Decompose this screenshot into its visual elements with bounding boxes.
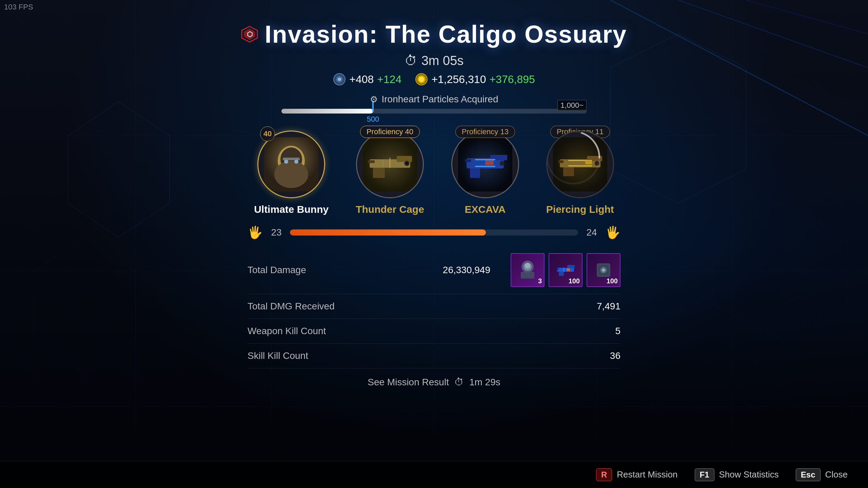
stat-row-skill-kills: Skill Kill Count 36 <box>248 344 620 368</box>
svg-point-30 <box>405 162 409 165</box>
character-circle-excava: Proficiency 13 <box>451 130 519 198</box>
stat-label-total-damage: Total Damage <box>248 265 306 276</box>
level-icon-left: 🖐 <box>248 225 263 240</box>
reward-count-2: 100 <box>569 277 580 285</box>
progress-end-label: 1,000~ <box>557 100 587 111</box>
resources-row: +408 +124 +1,256,310 +376,895 <box>333 73 535 86</box>
level-right-num: 24 <box>585 227 598 238</box>
progress-section: ⚙ Ironheart Particles Acquired 500 1,000… <box>281 94 587 114</box>
svg-point-23 <box>294 160 298 164</box>
stat-label-weapon-kills: Weapon Kill Count <box>248 326 326 337</box>
character-name-excava: EXCAVA <box>465 204 506 215</box>
fps-counter: 103 FPS <box>4 3 33 12</box>
reward-item-1: 3 <box>511 253 545 287</box>
level-badge-bunny: 40 <box>260 126 275 141</box>
progress-label: ⚙ Ironheart Particles Acquired <box>370 94 498 105</box>
mission-title: Invasion: The Caligo Ossuary <box>265 20 627 48</box>
character-avatar-thunder <box>356 130 424 198</box>
character-name-bunny: Ultimate Bunny <box>254 204 329 215</box>
progress-bar-container: 500 1,000~ <box>281 109 587 114</box>
mission-result-timer-icon: ⏱ <box>454 377 464 388</box>
character-avatar-piercing <box>546 130 614 198</box>
progress-marker-label: 500 <box>367 115 379 124</box>
svg-rect-38 <box>475 159 495 160</box>
stat-value-total-damage: 26,330,949 <box>443 265 490 276</box>
svg-rect-26 <box>397 156 412 162</box>
stat-right-total-damage: 26,330,949 3 <box>443 253 620 287</box>
svg-point-16 <box>419 77 424 82</box>
dust-icon <box>333 73 346 86</box>
reward-count-1: 3 <box>538 277 542 285</box>
svg-point-22 <box>284 160 288 164</box>
mission-result-label: See Mission Result <box>368 377 449 388</box>
level-slider-section: 🖐 23 24 🖐 <box>248 225 620 240</box>
svg-point-67 <box>603 269 605 271</box>
level-slider-track <box>290 229 578 236</box>
proficiency-badge-excava: Proficiency 13 <box>455 126 515 138</box>
stat-value-skill-kills: 36 <box>610 350 620 361</box>
svg-rect-27 <box>373 168 385 178</box>
mission-result-row: See Mission Result ⏱ 1m 29s <box>368 377 500 388</box>
reward-count-3: 100 <box>607 277 618 285</box>
progress-marker <box>372 101 374 112</box>
character-circle-bunny: 40 <box>257 130 325 198</box>
stats-section: Total Damage 26,330,949 3 <box>248 246 620 368</box>
character-name-piercing: Piercing Light <box>546 204 614 215</box>
reward-icon-1 <box>516 258 539 282</box>
progress-ring <box>546 130 600 185</box>
svg-rect-39 <box>475 166 495 167</box>
dust-resource: +408 +124 <box>333 73 401 86</box>
svg-rect-54 <box>521 272 534 279</box>
main-content: 103 FPS ⬡ Invasion: The Caligo Ossuary ⏱… <box>0 0 868 488</box>
gold-bonus-value: +376,895 <box>489 73 535 86</box>
reward-items: 3 100 <box>511 253 620 287</box>
character-excava: Proficiency 13 <box>451 130 519 215</box>
character-circle-thunder: Proficiency 40 <box>356 130 424 198</box>
mission-header: ⬡ Invasion: The Caligo Ossuary <box>241 20 627 48</box>
characters-row: 40 Ultimate Bunny Proficiency 40 <box>254 130 614 215</box>
thunder-cage-image <box>363 137 417 191</box>
stat-row-weapon-kills: Weapon Kill Count 5 <box>248 319 620 344</box>
gold-icon <box>415 73 428 86</box>
timer-row: ⏱ 3m 05s <box>405 54 464 68</box>
svg-rect-62 <box>567 268 570 271</box>
svg-rect-28 <box>368 160 375 163</box>
svg-point-13 <box>338 78 341 81</box>
svg-point-21 <box>274 161 308 188</box>
level-slider-fill <box>290 229 486 236</box>
stat-label-skill-kills: Skill Kill Count <box>248 350 308 361</box>
gear-icon: ⚙ <box>370 94 378 105</box>
character-thunder-cage: Proficiency 40 <box>356 130 424 215</box>
dust-base-value: +408 <box>349 73 374 86</box>
character-name-thunder: Thunder Cage <box>356 204 424 215</box>
proficiency-badge-thunder: Proficiency 40 <box>360 126 420 138</box>
mission-result-time: 1m 29s <box>469 377 500 388</box>
svg-rect-58 <box>567 265 575 268</box>
character-piercing-light: Proficiency 11 <box>546 130 614 215</box>
timer-icon: ⏱ <box>405 54 417 68</box>
bunny-avatar-image <box>264 137 318 191</box>
excava-image <box>458 137 512 191</box>
level-icon-right: 🖐 <box>605 225 620 240</box>
timer-value: 3m 05s <box>421 54 464 68</box>
reward-item-3: 100 <box>587 253 620 287</box>
stat-value-dmg-received: 7,491 <box>597 301 620 312</box>
stat-row-dmg-received: Total DMG Received 7,491 <box>248 294 620 319</box>
progress-bar-fill <box>281 109 373 114</box>
character-avatar-excava <box>451 130 519 198</box>
progress-label-text: Ironheart Particles Acquired <box>382 94 498 105</box>
character-circle-piercing: Proficiency 11 <box>546 130 614 198</box>
character-ultimate-bunny: 40 Ultimate Bunny <box>254 130 329 215</box>
svg-rect-59 <box>559 272 564 276</box>
svg-rect-60 <box>557 268 559 270</box>
gold-resource: +1,256,310 +376,895 <box>415 73 535 86</box>
svg-rect-57 <box>557 268 574 272</box>
reward-item-2: 100 <box>549 253 583 287</box>
dust-bonus-value: +124 <box>377 73 401 86</box>
gold-base-value: +1,256,310 <box>431 73 486 86</box>
svg-text:⬡: ⬡ <box>246 30 252 38</box>
svg-point-56 <box>525 263 530 268</box>
svg-rect-37 <box>465 159 471 162</box>
svg-rect-36 <box>470 168 480 178</box>
level-left-num: 23 <box>270 227 283 238</box>
